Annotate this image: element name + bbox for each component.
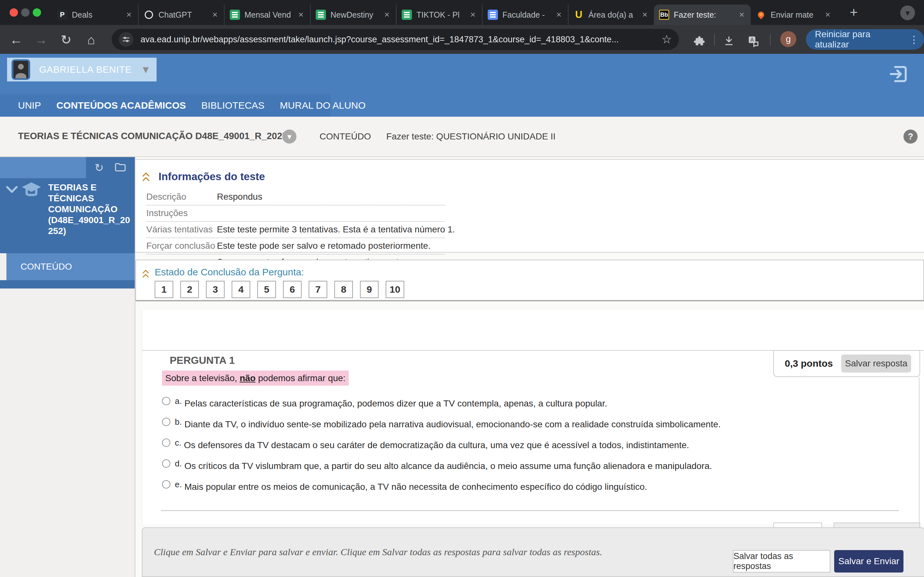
site-settings-icon[interactable] bbox=[119, 32, 134, 47]
sidebar-footer-strip bbox=[0, 280, 135, 288]
question-number-5[interactable]: 5 bbox=[257, 281, 276, 298]
option-letter: a. bbox=[175, 396, 182, 406]
answer-option-c[interactable]: c. Os defensores da TV destacam o seu ca… bbox=[162, 438, 720, 450]
chevron-down-icon[interactable] bbox=[6, 186, 18, 194]
collapse-chevrons-icon[interactable] bbox=[142, 269, 150, 280]
question-points-panel: 0,3 pontos Salvar resposta bbox=[773, 350, 920, 377]
tab-chatgpt[interactable]: ChatGPT × bbox=[138, 5, 224, 25]
save-and-submit-button[interactable]: Salvar e Enviar bbox=[834, 550, 903, 572]
question-number-10[interactable]: 10 bbox=[386, 281, 404, 298]
question-number-7[interactable]: 7 bbox=[309, 281, 327, 298]
window-close-button[interactable] bbox=[10, 8, 18, 17]
profile-avatar[interactable]: g bbox=[780, 31, 796, 47]
user-badge[interactable]: GABRIELLA BENITE ▼ bbox=[7, 58, 157, 81]
answer-option-d[interactable]: d. Os críticos da TV vislumbram que, a p… bbox=[162, 459, 720, 471]
sidebar-course-header[interactable]: TEORIAS E TÉCNICAS COMUNICAÇÃO (D48E_490… bbox=[0, 178, 135, 253]
breadcrumb-conteudo[interactable]: CONTEÚDO bbox=[320, 131, 371, 142]
close-icon[interactable]: × bbox=[211, 10, 219, 20]
tab-title: Mensal Vend bbox=[244, 10, 294, 19]
chevron-down-icon[interactable]: ▾ bbox=[282, 129, 296, 143]
help-icon[interactable]: ? bbox=[903, 129, 918, 143]
nav-item-bibliotecas[interactable]: BIBLIOTECAS bbox=[202, 100, 265, 111]
logout-icon[interactable] bbox=[888, 63, 909, 86]
radio-icon[interactable] bbox=[162, 459, 170, 468]
tab-search-chevron-icon[interactable]: ▾ bbox=[900, 5, 915, 20]
window-zoom-button[interactable] bbox=[33, 8, 41, 17]
extensions-puzzle-icon[interactable] bbox=[690, 32, 708, 50]
answer-option-b[interactable]: b. Diante da TV, o indivíduo sente-se mo… bbox=[162, 417, 720, 430]
close-icon[interactable]: × bbox=[469, 10, 477, 20]
nav-item-mural-do-aluno[interactable]: MURAL DO ALUNO bbox=[280, 100, 365, 111]
tab-title: ChatGPT bbox=[158, 10, 208, 19]
tab-tiktok[interactable]: TIKTOK - Pl × bbox=[396, 5, 482, 25]
back-icon[interactable]: ← bbox=[7, 31, 25, 49]
close-icon[interactable]: × bbox=[824, 10, 832, 20]
question-number-3[interactable]: 3 bbox=[206, 281, 225, 298]
nav-item-unip[interactable]: UNIP bbox=[18, 100, 41, 111]
close-icon[interactable]: × bbox=[641, 10, 649, 20]
url-text[interactable]: ava.ead.unip.br/webapps/assessment/take/… bbox=[141, 35, 656, 45]
sheets-icon bbox=[402, 10, 412, 20]
radio-icon[interactable] bbox=[162, 397, 170, 405]
breadcrumb-course[interactable]: TEORIAS E TÉCNICAS COMUNICAÇÃO D48E_4900… bbox=[18, 131, 292, 141]
reload-icon[interactable]: ↻ bbox=[57, 31, 75, 49]
radio-icon[interactable] bbox=[162, 480, 170, 488]
question-number-4[interactable]: 4 bbox=[232, 281, 250, 298]
tab-mensal[interactable]: Mensal Vend × bbox=[224, 5, 310, 25]
question-number-2[interactable]: 2 bbox=[180, 281, 199, 298]
forward-icon[interactable]: → bbox=[32, 31, 50, 49]
question-number-9[interactable]: 9 bbox=[360, 281, 379, 298]
radio-icon[interactable] bbox=[162, 418, 170, 426]
main-content: Informações do teste Descrição Respondus… bbox=[135, 157, 924, 577]
download-icon[interactable] bbox=[720, 32, 738, 50]
submit-instructions: Clique em Salvar e Enviar para salvar e … bbox=[154, 546, 602, 558]
home-icon[interactable]: ⌂ bbox=[82, 31, 100, 49]
save-all-answers-button[interactable]: Salvar todas as respostas bbox=[733, 550, 830, 572]
sheets-icon bbox=[230, 10, 240, 20]
address-bar[interactable]: ava.ead.unip.br/webapps/assessment/take/… bbox=[111, 29, 679, 50]
answer-option-a[interactable]: a. Pelas características de sua programa… bbox=[162, 396, 720, 409]
close-icon[interactable]: × bbox=[738, 10, 746, 20]
sidebar-item-conteudo[interactable]: CONTEÚDO bbox=[6, 253, 135, 280]
refresh-icon[interactable]: ↻ bbox=[95, 161, 104, 174]
collapse-chevrons-icon[interactable] bbox=[142, 172, 150, 184]
sidebar-toolbar-actions: ↻ bbox=[86, 157, 135, 178]
completion-title: Estado de Conclusão da Pergunta: bbox=[155, 267, 304, 277]
close-icon[interactable]: × bbox=[383, 10, 391, 20]
question-number-8[interactable]: 8 bbox=[334, 281, 353, 298]
kebab-menu-icon[interactable]: ⋮ bbox=[909, 34, 919, 45]
nav-item-conteudos-academicos[interactable]: CONTEÚDOS ACADÊMICOS bbox=[57, 100, 186, 111]
tab-faculdade[interactable]: Faculdade - × bbox=[482, 5, 568, 25]
close-icon[interactable]: × bbox=[297, 10, 305, 20]
caret-down-icon[interactable]: ▼ bbox=[141, 64, 151, 76]
new-tab-button[interactable]: + bbox=[846, 5, 862, 21]
window-minimize-button[interactable] bbox=[21, 8, 29, 17]
close-icon[interactable]: × bbox=[555, 10, 563, 20]
tab-enviar-material[interactable]: Enviar mate × bbox=[751, 5, 837, 25]
tab-newdestiny[interactable]: NewDestiny × bbox=[310, 5, 396, 25]
option-text: Os defensores da TV destacam o seu carát… bbox=[184, 440, 689, 450]
lms-nav: UNIP CONTEÚDOS ACADÊMICOS BIBLIOTECAS MU… bbox=[0, 94, 330, 117]
browser-tabstrip: P Deals × ChatGPT × Mensal Vend × NewDes… bbox=[0, 0, 924, 25]
tab-fazer-teste-active[interactable]: Bb Fazer teste: × bbox=[654, 5, 751, 25]
folder-icon[interactable] bbox=[115, 162, 126, 173]
restore-to-update-button[interactable]: Reiniciar para atualizar ⋮ bbox=[806, 29, 924, 50]
save-answer-button[interactable]: Salvar resposta bbox=[841, 355, 911, 372]
answer-options: a. Pelas características de sua programa… bbox=[162, 396, 720, 500]
bookmark-star-icon[interactable]: ☆ bbox=[662, 33, 672, 46]
question-number-6[interactable]: 6 bbox=[283, 281, 302, 298]
radio-icon[interactable] bbox=[162, 438, 170, 447]
info-value: Este teste pode ser salvo e retomado pos… bbox=[217, 241, 431, 251]
option-text: Pelas características de sua programação… bbox=[184, 398, 607, 409]
question-panel: PERGUNTA 1 Sobre a televisão, não podemo… bbox=[142, 310, 924, 524]
close-icon[interactable]: × bbox=[125, 10, 133, 20]
tab-deals[interactable]: P Deals × bbox=[52, 5, 138, 25]
question-bottom-rule bbox=[161, 510, 899, 511]
translate-icon[interactable]: A bbox=[744, 32, 762, 50]
option-text: Diante da TV, o indivíduo sente-se mobil… bbox=[184, 419, 721, 430]
avatar bbox=[11, 59, 30, 80]
info-label: Instruções bbox=[146, 208, 217, 218]
tab-area-do-aluno[interactable]: U Área do(a) a × bbox=[568, 5, 654, 25]
answer-option-e[interactable]: e. Mais popular entre os meios de comuni… bbox=[162, 480, 720, 492]
question-number-1[interactable]: 1 bbox=[155, 281, 173, 298]
